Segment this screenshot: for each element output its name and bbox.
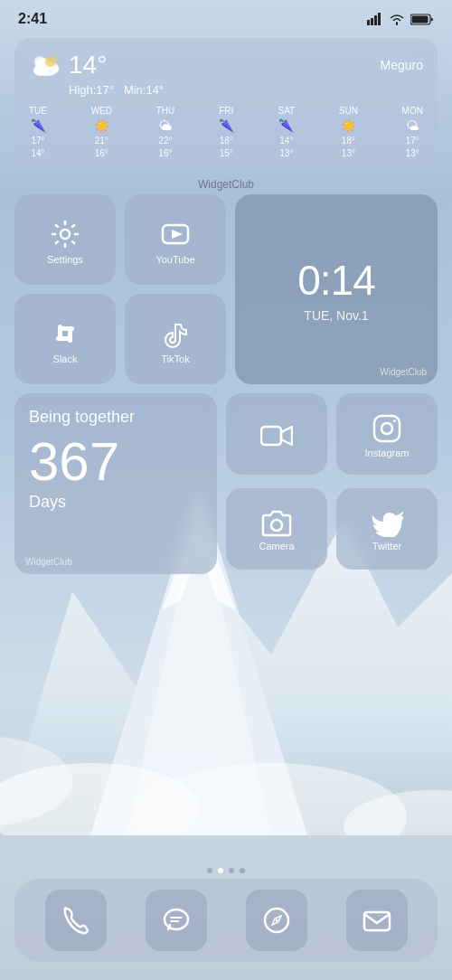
instagram-app[interactable]: Instagram: [336, 393, 438, 475]
battery-icon: [410, 14, 434, 25]
svg-point-31: [381, 423, 392, 434]
slack-app[interactable]: Slack: [14, 294, 116, 384]
being-together-wc-label: WidgetClub: [25, 557, 72, 567]
being-together-count: 367: [29, 435, 202, 489]
status-time: 2:41: [18, 11, 47, 27]
compass-icon: [261, 905, 292, 936]
app-grid: Settings YouTube 0:14 TUE, Nov.1 WidgetC…: [14, 194, 438, 384]
forecast-mon: MON 🌤 17° 13°: [402, 106, 423, 158]
svg-line-20: [56, 55, 57, 56]
svg-rect-13: [412, 15, 428, 23]
cloud-icon: [29, 49, 61, 81]
being-together-days: Days: [29, 493, 202, 512]
chat-icon: [161, 905, 192, 936]
youtube-label: YouTube: [155, 254, 194, 265]
settings-app[interactable]: Settings: [14, 194, 116, 285]
dock-mail[interactable]: [346, 890, 408, 951]
instagram-label: Instagram: [365, 448, 410, 458]
forecast-sun: SUN ☀️ 18° 13°: [339, 106, 358, 158]
svg-rect-39: [364, 912, 390, 930]
tiktok-app[interactable]: TikTok: [125, 294, 226, 384]
forecast-sat: SAT 🌂 14° 13°: [278, 106, 295, 158]
signal-icon: [367, 13, 383, 25]
video-camera-icon: [260, 423, 293, 448]
gear-icon: [49, 218, 81, 250]
svg-rect-29: [261, 427, 281, 445]
clock-widgetclub-label: WidgetClub: [380, 367, 427, 377]
twitter-bird-icon: [371, 510, 403, 537]
status-icons: [367, 13, 434, 25]
page-dot-4: [240, 868, 245, 873]
svg-rect-8: [367, 20, 370, 25]
mail-icon: [362, 905, 392, 936]
weather-high-low: High:17° Min:14°: [69, 83, 423, 97]
forecast-tue: TUE 🌂 17° 14°: [29, 106, 47, 158]
svg-point-32: [393, 419, 396, 422]
camera-video-app[interactable]: [226, 393, 327, 475]
svg-rect-27: [56, 336, 69, 341]
svg-point-33: [271, 520, 282, 531]
play-icon: [159, 218, 192, 250]
page-dot-1: [207, 868, 212, 873]
svg-rect-28: [61, 326, 74, 331]
widgetclub-label-1: WidgetClub: [0, 178, 452, 191]
svg-rect-30: [374, 416, 400, 441]
weather-location: Meguro: [381, 58, 423, 72]
status-bar: 2:41: [0, 0, 452, 31]
clock-widget: 0:14 TUE, Nov.1 WidgetClub: [235, 194, 438, 384]
camera-label: Camera: [259, 541, 294, 551]
page-dot-2: [218, 868, 223, 873]
clock-date: TUE, Nov.1: [304, 308, 368, 323]
slack-label: Slack: [53, 353, 78, 364]
wifi-icon: [389, 13, 405, 25]
camera-icon: [260, 510, 293, 537]
youtube-app[interactable]: YouTube: [125, 194, 226, 285]
page-dot-3: [229, 868, 234, 873]
tiktok-icon: [159, 317, 192, 350]
svg-rect-25: [58, 325, 62, 337]
slack-icon: [49, 317, 81, 350]
weather-widget: 14° Meguro High:17° Min:14° TUE 🌂 17° 14…: [14, 38, 438, 169]
being-together-title: Being together: [29, 408, 202, 428]
weather-temp: 14°: [69, 51, 107, 80]
instagram-icon: [372, 413, 402, 444]
tiktok-label: TikTok: [161, 353, 189, 364]
svg-point-38: [275, 919, 278, 922]
svg-point-18: [45, 56, 56, 67]
dock: [14, 879, 438, 962]
svg-point-17: [34, 56, 45, 67]
being-together-widget: Being together 367 Days WidgetClub: [14, 393, 217, 574]
svg-rect-11: [378, 13, 381, 25]
dock-phone[interactable]: [45, 890, 107, 951]
forecast-thu: THU 🌥 22° 16°: [156, 106, 175, 158]
dock-messages[interactable]: [146, 890, 207, 951]
forecast-fri: FRI 🌂 18° 15°: [219, 106, 234, 158]
svg-point-34: [165, 909, 188, 929]
clock-time: 0:14: [297, 256, 375, 305]
phone-icon: [61, 905, 91, 936]
svg-rect-26: [68, 330, 72, 343]
camera-app[interactable]: Camera: [226, 488, 327, 570]
svg-rect-9: [371, 18, 373, 25]
forecast-wed: WED ☀️ 21° 16°: [91, 106, 112, 158]
weather-forecast: TUE 🌂 17° 14° WED ☀️ 21° 16° THU 🌥 22° 1…: [29, 106, 423, 158]
settings-label: Settings: [47, 254, 83, 265]
twitter-app[interactable]: Twitter: [336, 488, 438, 570]
bottom-widgets: Being together 367 Days WidgetClub Insta…: [14, 393, 438, 574]
dock-safari[interactable]: [246, 890, 307, 951]
page-dots: [0, 868, 452, 873]
svg-marker-24: [172, 230, 183, 239]
svg-rect-10: [374, 15, 377, 25]
svg-point-22: [61, 230, 70, 239]
twitter-label: Twitter: [372, 541, 401, 551]
